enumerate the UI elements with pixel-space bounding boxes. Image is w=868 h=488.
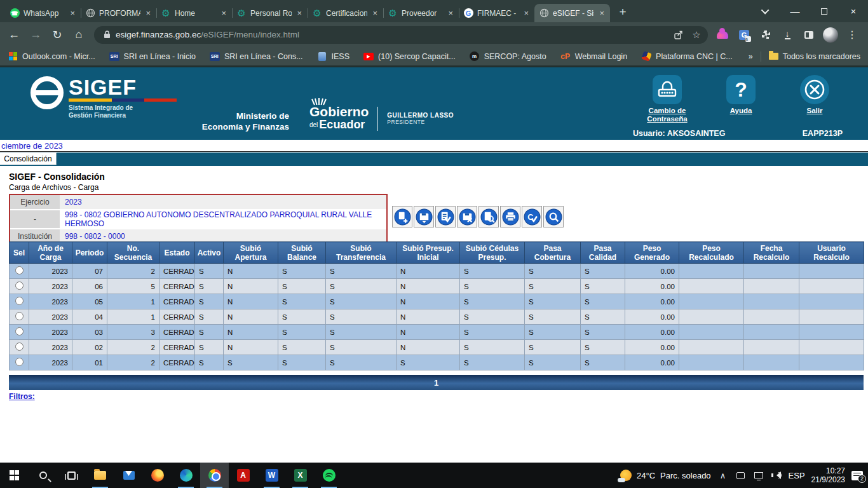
form-row: Ejercicio 2023 <box>10 195 386 210</box>
translate-extension-icon[interactable]: G <box>735 25 754 44</box>
tab-consolidacion[interactable]: Consolidación <box>0 152 57 165</box>
address-bar[interactable]: esigef.finanzas.gob.ec/eSIGEF/menu/index… <box>94 26 708 44</box>
row-radio[interactable] <box>15 358 24 366</box>
tab-close-icon[interactable]: × <box>220 8 227 18</box>
tab-close-icon[interactable]: × <box>371 8 379 18</box>
weather-widget[interactable]: 24°C Parc. soleado <box>620 470 711 481</box>
acrobat-extension-icon[interactable] <box>713 25 732 44</box>
profile-avatar[interactable] <box>821 25 840 44</box>
browser-tab[interactable]: ⚙Proveedor× <box>383 4 459 22</box>
language-indicator[interactable]: ESP <box>789 471 805 480</box>
preview-document-button[interactable] <box>478 206 499 227</box>
bookmark-item[interactable]: Outlook.com - Micr... <box>8 51 95 62</box>
tab-close-icon[interactable]: × <box>522 8 530 18</box>
row-radio[interactable] <box>15 327 24 336</box>
word-icon[interactable]: W <box>257 463 286 488</box>
help-button[interactable]: ? Ayuda <box>713 75 769 123</box>
consolidate-check-button[interactable]: C <box>522 206 542 227</box>
page-number[interactable]: 1 <box>434 378 438 388</box>
downloads-icon[interactable]: ↓ <box>778 25 797 44</box>
notification-center-icon[interactable]: 2 <box>851 471 863 480</box>
table-cell: S <box>460 279 525 294</box>
whatsapp-icon: ☎ <box>10 8 20 18</box>
bookmark-item[interactable]: ▶(10) Sercop Capacit... <box>363 51 456 62</box>
close-button[interactable]: × <box>839 0 868 22</box>
bookmark-item[interactable]: SRISRI en Línea - Inicio <box>109 51 196 62</box>
table-cell: 0.00 <box>625 325 679 340</box>
validate-checklist-button[interactable] <box>435 206 456 227</box>
browser-tab[interactable]: PROFORMA 3× <box>81 4 156 22</box>
minimize-button[interactable]: — <box>780 0 810 22</box>
edge-icon[interactable] <box>172 463 200 488</box>
new-tab-button[interactable]: + <box>614 3 632 21</box>
discard-disk-button[interactable] <box>457 206 477 227</box>
tab-close-icon[interactable]: × <box>144 8 152 18</box>
row-radio[interactable] <box>15 281 24 290</box>
print-button[interactable] <box>500 206 520 227</box>
bookmark-star-icon[interactable]: ☆ <box>688 27 705 43</box>
logo-title: SIGEF <box>69 78 177 97</box>
filters-link[interactable]: Filtros: <box>9 392 35 401</box>
browser-tab[interactable]: ⚙Personal Rol× <box>232 4 308 22</box>
tablet-mode-icon[interactable] <box>735 470 747 481</box>
tray-chevron-icon[interactable]: ∧ <box>717 470 729 481</box>
excel-icon[interactable]: X <box>286 463 315 488</box>
bookmark-item[interactable]: IESS <box>317 51 350 62</box>
save-upload-button[interactable] <box>414 206 434 227</box>
browser-tab[interactable]: ⚙Home× <box>156 4 232 22</box>
forward-button[interactable]: → <box>25 25 46 45</box>
row-radio[interactable] <box>15 312 24 320</box>
chrome-icon[interactable] <box>200 463 229 488</box>
column-header: Fecha Recalculo <box>744 242 799 264</box>
acrobat-icon[interactable]: A <box>229 463 257 488</box>
bookmark-label: Webmail Login <box>575 52 627 61</box>
side-panel-icon[interactable] <box>799 25 818 44</box>
row-radio[interactable] <box>15 266 24 274</box>
start-button[interactable] <box>0 463 29 488</box>
browser-tab[interactable]: eSIGEF - Siste× <box>534 4 610 22</box>
bookmark-item[interactable]: SRISRI en Línea - Cons... <box>210 51 303 62</box>
tab-search-icon[interactable] <box>751 0 780 22</box>
browser-tab[interactable]: GFIRMAEC - Bu× <box>459 4 534 22</box>
reload-button[interactable]: ↻ <box>47 25 67 45</box>
new-document-button[interactable] <box>392 206 412 227</box>
form-value: 998 - 0802 GOBIERNO AUTONOMO DESCENTRALI… <box>60 210 386 229</box>
bookmark-item[interactable]: cPWebmail Login <box>560 51 627 62</box>
back-button[interactable]: ← <box>4 25 24 45</box>
all-bookmarks-label: Todos los marcadores <box>783 52 860 61</box>
tab-close-icon[interactable]: × <box>69 8 76 18</box>
row-radio[interactable] <box>15 342 24 351</box>
tab-close-icon[interactable]: × <box>447 8 454 18</box>
menu-kebab-icon[interactable]: ⋮ <box>843 25 862 44</box>
bookmark-item[interactable]: Plataforma CNC | C... <box>641 51 733 62</box>
network-icon[interactable] <box>753 470 764 481</box>
clock[interactable]: 10:27 21/9/2023 <box>811 466 845 484</box>
bookmark-item[interactable]: mSERCOP: Agosto <box>470 51 546 62</box>
task-view-icon[interactable] <box>57 463 86 488</box>
bookmarks-overflow-icon[interactable]: » <box>749 52 753 61</box>
mail-icon[interactable] <box>114 463 143 488</box>
volume-icon[interactable] <box>771 470 782 481</box>
firefox-icon[interactable] <box>143 463 172 488</box>
tab-close-icon[interactable]: × <box>295 8 303 18</box>
spotify-icon[interactable] <box>315 463 343 488</box>
search-detail-button[interactable] <box>543 206 564 227</box>
gear-icon: ⚙ <box>236 8 247 18</box>
row-radio[interactable] <box>15 297 24 305</box>
share-icon[interactable] <box>670 27 688 43</box>
tab-label: WhatsApp <box>24 9 65 18</box>
browser-tab[interactable]: ⚙Certificacione× <box>308 4 383 22</box>
table-cell: 06 <box>72 279 107 294</box>
table-row: 2023033CERRADOSNSSNSSS0.00 <box>10 325 864 340</box>
all-bookmarks-button[interactable]: Todos los marcadores <box>769 52 860 61</box>
home-button[interactable]: ⌂ <box>69 25 89 45</box>
pagination-bar[interactable]: 1 <box>9 375 864 390</box>
exit-button[interactable]: Salir <box>787 75 843 123</box>
taskbar-search-icon[interactable] <box>29 463 57 488</box>
extensions-puzzle-icon[interactable] <box>756 25 775 44</box>
change-password-button[interactable]: Cambio de Contraseña <box>639 75 695 123</box>
restore-button[interactable] <box>810 0 839 22</box>
file-explorer-icon[interactable] <box>86 463 114 488</box>
tab-close-icon[interactable]: × <box>598 8 606 18</box>
browser-tab[interactable]: ☎WhatsApp× <box>5 4 81 22</box>
